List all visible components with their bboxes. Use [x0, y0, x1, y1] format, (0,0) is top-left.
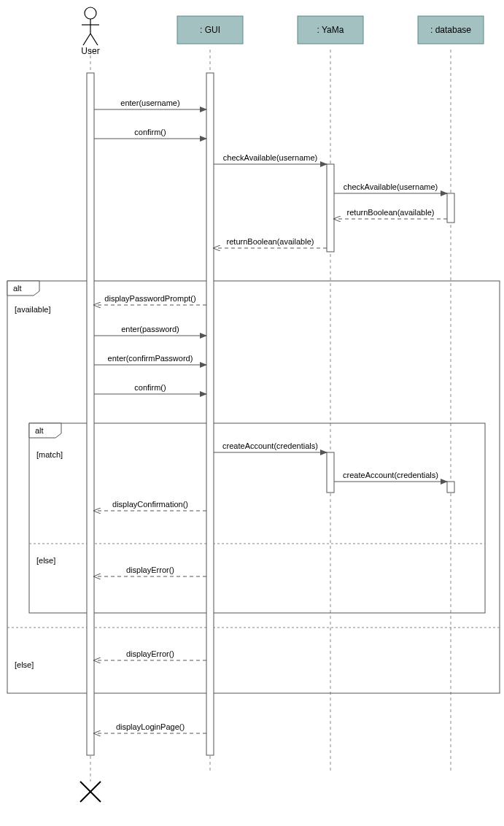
- message-label: displayConfirmation(): [112, 500, 188, 509]
- message-label: createAccount(credentials): [343, 471, 438, 479]
- actor-label: User: [81, 46, 99, 56]
- participant-label: : GUI: [200, 25, 220, 35]
- message-label: displayLoginPage(): [116, 722, 185, 731]
- fragment-label: alt: [35, 426, 44, 435]
- message-label: displayError(): [126, 566, 174, 574]
- message-label: confirm(): [134, 383, 166, 392]
- fragment-label-tab: [7, 281, 39, 296]
- activation-User: [87, 73, 94, 755]
- fragment-condition: [else]: [15, 660, 34, 669]
- message-label: checkAvailable(username): [344, 182, 438, 191]
- actor-leg-icon: [90, 34, 98, 45]
- participant-label: : YaMa: [317, 25, 344, 35]
- message-label: checkAvailable(username): [223, 153, 317, 162]
- activation-database: [447, 482, 454, 493]
- message-label: enter(username): [120, 99, 179, 107]
- message-label: createAccount(credentials): [222, 441, 318, 450]
- message-label: displayError(): [126, 649, 174, 658]
- message-label: returnBoolean(available): [347, 208, 435, 217]
- actor-leg-icon: [83, 34, 90, 45]
- fragment-condition: [available]: [15, 305, 51, 314]
- fragment-label-tab: [29, 423, 61, 438]
- fragment-label: alt: [13, 284, 22, 293]
- fragment-frame: [29, 423, 485, 613]
- participant-label: : database: [430, 25, 471, 35]
- fragment-condition: [else]: [36, 556, 55, 565]
- message-label: enter(password): [121, 325, 179, 333]
- message-label: confirm(): [134, 128, 166, 136]
- fragment-frame: [7, 281, 500, 693]
- message-label: enter(confirmPassword): [108, 354, 193, 363]
- fragment-condition: [match]: [36, 450, 63, 459]
- activation-YaMa: [327, 164, 334, 252]
- sequence-diagram: alt[available][else]alt[match][else] Use…: [0, 0, 504, 826]
- message-label: returnBoolean(available): [227, 237, 314, 246]
- message-label: displayPasswordPrompt(): [104, 294, 195, 303]
- actor-head-icon: [85, 7, 96, 19]
- activation-GUI: [206, 73, 214, 755]
- activation-database: [447, 193, 454, 223]
- activation-YaMa: [327, 452, 334, 493]
